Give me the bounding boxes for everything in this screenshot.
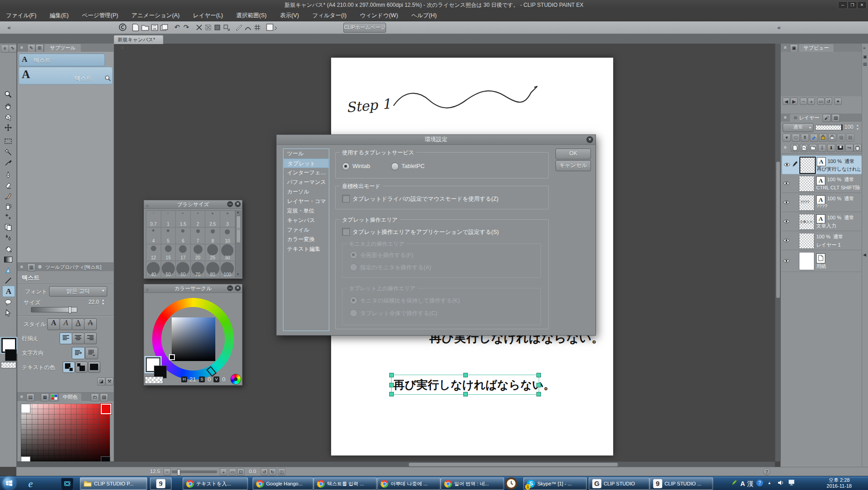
- brush-tool[interactable]: [2, 190, 14, 201]
- palette-menu-icon[interactable]: ≡: [146, 202, 149, 210]
- lock-layer-icon[interactable]: [819, 134, 827, 142]
- nav-item-performance[interactable]: パフォーマンス: [283, 178, 329, 187]
- color-history-tab-icon[interactable]: 🗀: [91, 393, 99, 401]
- eraser-tool[interactable]: [2, 180, 14, 190]
- brush-size-cell[interactable]: 6: [176, 228, 191, 244]
- save-all-icon[interactable]: [159, 23, 169, 32]
- transfer-down-icon[interactable]: ⇩: [818, 144, 826, 152]
- subview-zoom-out-icon[interactable]: −: [800, 98, 807, 105]
- size-slider[interactable]: [31, 307, 77, 312]
- taskbar-chrome-button-5[interactable]: 일어 번역 : 네...: [441, 477, 504, 490]
- brush-size-cell[interactable]: 30: [220, 244, 235, 261]
- ime-pen-icon[interactable]: [731, 480, 738, 486]
- actual-size-icon[interactable]: ⊡: [237, 468, 244, 475]
- zoom-slider[interactable]: [172, 470, 217, 473]
- rotate-cw-icon[interactable]: ↻: [269, 468, 276, 475]
- clock-app-icon[interactable]: [505, 477, 517, 490]
- transparent-color-swatch[interactable]: [1, 362, 16, 368]
- align-left-button[interactable]: [60, 332, 72, 344]
- ruler-range-icon[interactable]: ▧: [846, 134, 854, 142]
- auto-select-tool[interactable]: [2, 147, 14, 157]
- property-detail-icon[interactable]: ◪: [97, 377, 105, 386]
- nav-item-canvas[interactable]: キャンバス: [283, 216, 329, 225]
- subview-tab[interactable]: サブビュー: [799, 44, 833, 52]
- eye-icon[interactable]: [783, 238, 790, 243]
- brush-size-cell[interactable]: 5: [161, 228, 176, 244]
- nav-item-tool[interactable]: ツール: [283, 149, 329, 158]
- nav-item-ruler-unit[interactable]: 定規・単位: [283, 206, 329, 216]
- subtool-menu-icon[interactable]: ≡: [18, 44, 25, 51]
- new-vector-layer-icon[interactable]: [800, 144, 808, 152]
- direction-horizontal-button[interactable]: [72, 347, 85, 359]
- menu-help[interactable]: ヘルプ(H): [406, 10, 443, 21]
- flip-icon[interactable]: ◫: [278, 468, 285, 475]
- lock-transparent-icon[interactable]: [828, 134, 836, 142]
- subview-zoom-in-icon[interactable]: ＋: [808, 98, 815, 105]
- scale-rotate-icon[interactable]: [222, 23, 231, 32]
- text-color-sub-button[interactable]: [75, 361, 88, 373]
- subview-rotate-icon[interactable]: ↺: [825, 98, 832, 105]
- wintab-radio[interactable]: [342, 163, 350, 170]
- snap-grid-icon[interactable]: [253, 23, 262, 32]
- nav-item-interface[interactable]: インターフェ…: [283, 168, 329, 178]
- ink-icon[interactable]: ⚱: [801, 134, 809, 142]
- scroll-up-icon[interactable]: ▲: [236, 211, 240, 215]
- taskbar-folder-button[interactable]: CLIP STUDIO P...: [80, 477, 147, 490]
- operation-tool[interactable]: [2, 307, 14, 318]
- tool-panel-pen-tab-icon[interactable]: ✎: [9, 45, 17, 53]
- layer-row-paper[interactable]: 用紙: [782, 251, 861, 272]
- brush-size-cell[interactable]: 3: [220, 211, 235, 228]
- scrollbar-thumb[interactable]: [236, 216, 241, 243]
- app-area-label[interactable]: タブレット操作エリアをアプリケーションで設定する(S): [352, 228, 499, 236]
- size-value[interactable]: 22.0: [81, 299, 99, 305]
- fit-screen-icon[interactable]: ▭: [229, 468, 236, 475]
- app-area-checkbox[interactable]: [342, 228, 350, 236]
- snap-special-icon[interactable]: [243, 23, 253, 32]
- layer-mask-icon[interactable]: [836, 144, 844, 152]
- tray-clock[interactable]: 오후 2:28 2016-11-18: [813, 477, 865, 490]
- layer-list-menu-icon[interactable]: ≡: [782, 144, 789, 151]
- style-italic-button[interactable]: A: [60, 318, 72, 330]
- rotate-ccw-icon[interactable]: ↺: [261, 468, 268, 475]
- intermediate-color-tab[interactable]: 中間色: [59, 393, 81, 401]
- palette-menu-icon[interactable]: ≡: [146, 286, 149, 294]
- layer-brush-tab-icon[interactable]: 🖌: [823, 114, 831, 122]
- layer-row[interactable]: A 100 % 通常 CTRL CLT SHIFT除く残: [782, 174, 861, 193]
- tool-property-menu-icon[interactable]: ≡: [18, 263, 25, 271]
- menu-filter[interactable]: フィルター(I): [306, 10, 352, 21]
- fill-icon[interactable]: [213, 23, 222, 32]
- handle-n[interactable]: [463, 373, 468, 377]
- close-button[interactable]: ✕: [857, 1, 867, 9]
- color-mode-wheel-icon[interactable]: [230, 374, 241, 385]
- eyedropper-tool[interactable]: [2, 157, 14, 168]
- eye-icon[interactable]: [783, 181, 790, 186]
- sv-selector[interactable]: [169, 354, 175, 360]
- layer-tab[interactable]: ≋レイヤー: [790, 114, 823, 122]
- horizontal-scrollbar-thumb[interactable]: [409, 463, 618, 466]
- airbrush-tool[interactable]: [2, 201, 14, 211]
- subview-next-icon[interactable]: ▶: [790, 98, 798, 105]
- brush-size-cell[interactable]: 1: [161, 211, 176, 228]
- corner-color-top-right-selected[interactable]: [101, 404, 111, 414]
- maximize-button[interactable]: ❐: [848, 1, 857, 9]
- brush-size-cell[interactable]: 20: [191, 244, 206, 261]
- layer-row[interactable]: ???? A 100 % 通常 ????: [782, 193, 861, 212]
- selected-text-object[interactable]: 再び実行しなければならない。: [391, 375, 539, 395]
- brush-size-cell[interactable]: 10: [220, 228, 235, 244]
- frame-border-tool[interactable]: [2, 222, 14, 232]
- zoom-slider-thumb[interactable]: [177, 469, 180, 475]
- layer-menu-icon[interactable]: ≡: [782, 114, 789, 121]
- opacity-spinner[interactable]: ▲▼: [855, 124, 860, 131]
- scroll-down-icon[interactable]: ▼: [236, 273, 240, 277]
- hue-selector[interactable]: [206, 366, 217, 377]
- network-display-icon[interactable]: [789, 480, 796, 486]
- zoom-out-icon[interactable]: −: [164, 468, 171, 475]
- nav-item-tablet-selected[interactable]: タブレット: [283, 158, 329, 168]
- tool-property-gear-icon[interactable]: ⚙: [36, 263, 44, 271]
- brush-size-cell[interactable]: 2.5: [205, 211, 220, 228]
- layer-row[interactable]: 文章入力 A 100 % 通常 文章入力: [782, 213, 861, 231]
- ime-help-icon[interactable]: ?: [756, 480, 763, 486]
- new-file-icon[interactable]: [131, 23, 140, 32]
- taskbar-chrome-button-4[interactable]: 아뿌데 나중에 ...: [377, 477, 441, 490]
- brush-size-cell[interactable]: 40: [146, 261, 161, 277]
